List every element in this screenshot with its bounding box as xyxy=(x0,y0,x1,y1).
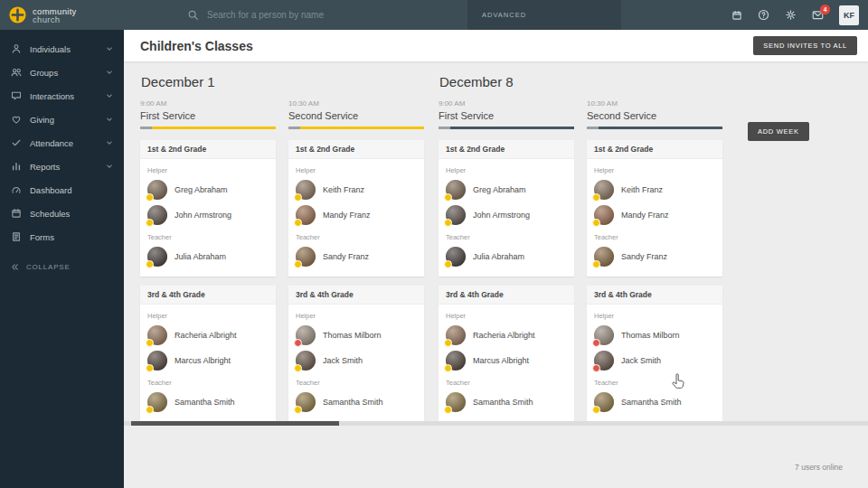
user-avatar[interactable]: KF xyxy=(839,5,859,25)
search-icon xyxy=(187,9,199,21)
person-row[interactable]: Julia Abraham xyxy=(147,244,269,269)
person-row[interactable]: John Armstrong xyxy=(147,202,269,228)
scrollbar-thumb[interactable] xyxy=(131,421,339,426)
heart-icon xyxy=(11,114,22,125)
advanced-button[interactable]: ADVANCED xyxy=(467,0,621,30)
people-icon xyxy=(11,67,22,78)
chevron-down-icon xyxy=(106,116,113,123)
sidebar-item-interactions[interactable]: Interactions xyxy=(0,84,124,108)
sidebar-item-reports[interactable]: Reports xyxy=(0,155,124,178)
role-label: Helper xyxy=(296,166,417,174)
chat-icon xyxy=(11,90,22,101)
person-row[interactable]: Jack Smith xyxy=(296,348,417,373)
topbar: community church ADVANCED 4 KF xyxy=(0,0,868,30)
sidebar-item-giving[interactable]: Giving xyxy=(0,108,124,131)
person-row[interactable]: Samantha Smith xyxy=(594,389,715,415)
person-name: Samantha Smith xyxy=(175,398,235,407)
avatar xyxy=(296,205,316,225)
service-name: First Service xyxy=(140,110,276,121)
class-card: 1st & 2nd GradeHelperGreg AbrahamJohn Ar… xyxy=(439,140,574,277)
person-row[interactable]: Keith Franz xyxy=(594,177,715,202)
status-badge xyxy=(146,219,154,227)
gear-icon[interactable] xyxy=(785,9,797,21)
sidebar-collapse-button[interactable]: COLLAPSE xyxy=(0,256,124,278)
role-label: Teacher xyxy=(594,379,715,387)
main-area: Children's Classes SEND INVITES TO ALL D… xyxy=(124,30,868,488)
service-progress-bar xyxy=(587,127,722,129)
person-row[interactable]: Racheria Albright xyxy=(147,323,269,348)
service-name: First Service xyxy=(439,110,574,121)
class-card: 3rd & 4th GradeHelperThomas MilbornJack … xyxy=(587,286,722,422)
person-row[interactable]: Greg Abraham xyxy=(147,177,269,202)
role-label: Teacher xyxy=(296,233,417,241)
schedule-content: December 19:00 AMFirst Service1st & 2nd … xyxy=(124,61,868,488)
person-row[interactable]: Mandy Franz xyxy=(296,202,417,228)
person-row[interactable]: Thomas Milborn xyxy=(594,323,715,348)
class-name: 1st & 2nd Grade xyxy=(140,140,276,159)
class-card: 3rd & 4th GradeHelperRacheria AlbrightMa… xyxy=(140,286,276,422)
mail-icon[interactable]: 4 xyxy=(812,9,824,21)
sidebar-item-label: Schedules xyxy=(30,209,70,219)
person-row[interactable]: Racheria Albright xyxy=(446,323,567,348)
horizontal-scrollbar[interactable] xyxy=(124,421,868,426)
person-row[interactable]: Julia Abraham xyxy=(446,244,567,269)
person-row[interactable]: Marcus Albright xyxy=(446,348,567,373)
sidebar-item-schedules[interactable]: Schedules xyxy=(0,202,124,225)
role-label: Helper xyxy=(147,312,269,320)
calendar-icon[interactable] xyxy=(731,10,742,21)
avatar xyxy=(594,325,614,345)
avatar xyxy=(147,247,167,267)
person-row[interactable]: Jack Smith xyxy=(594,348,715,373)
sidebar-item-label: Dashboard xyxy=(30,185,71,195)
sidebar-item-groups[interactable]: Groups xyxy=(0,61,124,84)
sidebar-item-label: Individuals xyxy=(30,44,71,54)
sidebar: IndividualsGroupsInteractionsGivingAtten… xyxy=(0,30,124,488)
person-row[interactable]: Marcus Albright xyxy=(147,348,269,373)
person-row[interactable]: Thomas Milborn xyxy=(296,323,417,348)
send-invites-button[interactable]: SEND INVITES TO ALL xyxy=(753,36,857,55)
sidebar-item-label: Interactions xyxy=(30,91,74,101)
person-row[interactable]: Sandy Franz xyxy=(296,244,417,269)
app-logo[interactable]: community church xyxy=(0,6,124,23)
status-badge xyxy=(146,260,154,268)
add-week-button[interactable]: ADD WEEK xyxy=(748,122,809,141)
person-row[interactable]: Samantha Smith xyxy=(296,389,417,415)
person-name: Samantha Smith xyxy=(621,398,682,407)
class-name: 3rd & 4th Grade xyxy=(439,286,574,305)
avatar xyxy=(296,325,316,345)
person-row[interactable]: Sandy Franz xyxy=(594,244,715,269)
service-column: 9:00 AMFirst Service1st & 2nd GradeHelpe… xyxy=(140,99,276,431)
chevron-down-icon xyxy=(106,69,113,76)
sidebar-item-dashboard[interactable]: Dashboard xyxy=(0,178,124,202)
person-row[interactable]: Keith Franz xyxy=(296,177,417,202)
avatar xyxy=(446,205,466,225)
gauge-icon xyxy=(11,184,22,195)
person-row[interactable]: Greg Abraham xyxy=(446,177,567,202)
person-name: Sandy Franz xyxy=(621,252,667,261)
class-name: 3rd & 4th Grade xyxy=(288,286,424,305)
person-name: Racheria Albright xyxy=(473,331,535,340)
search-input[interactable] xyxy=(207,10,442,20)
sidebar-item-attendance[interactable]: Attendance xyxy=(0,131,124,155)
person-name: Greg Abraham xyxy=(175,185,228,194)
search-bar[interactable] xyxy=(187,9,467,21)
class-card: 1st & 2nd GradeHelperKeith FranzMandy Fr… xyxy=(587,140,722,277)
service-time: 10:30 AM xyxy=(587,99,722,108)
class-name: 3rd & 4th Grade xyxy=(140,286,276,305)
role-label: Helper xyxy=(147,166,269,174)
person-row[interactable]: Mandy Franz xyxy=(594,202,715,228)
person-row[interactable]: Samantha Smith xyxy=(147,389,269,415)
avatar xyxy=(594,392,614,412)
logo-text: community church xyxy=(33,7,77,23)
person-row[interactable]: John Armstrong xyxy=(446,202,567,228)
sidebar-item-forms[interactable]: Forms xyxy=(0,225,124,249)
role-label: Teacher xyxy=(147,379,269,387)
person-row[interactable]: Samantha Smith xyxy=(446,389,567,415)
avatar xyxy=(594,180,614,200)
status-badge xyxy=(592,219,600,227)
help-icon[interactable] xyxy=(758,9,769,21)
person-name: Samantha Smith xyxy=(473,398,533,407)
sidebar-item-individuals[interactable]: Individuals xyxy=(0,37,124,61)
role-label: Helper xyxy=(594,312,715,320)
role-label: Helper xyxy=(594,166,715,174)
